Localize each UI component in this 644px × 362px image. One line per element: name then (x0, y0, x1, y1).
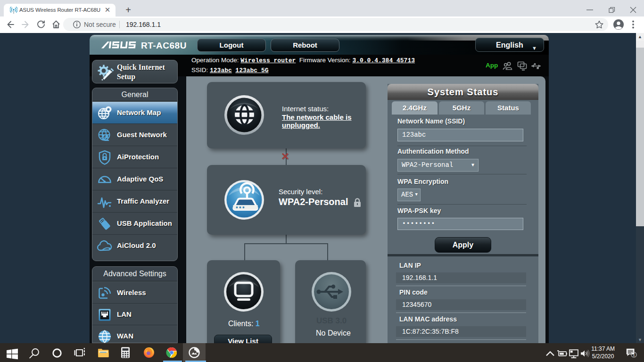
svg-text:1: 1 (633, 353, 635, 357)
